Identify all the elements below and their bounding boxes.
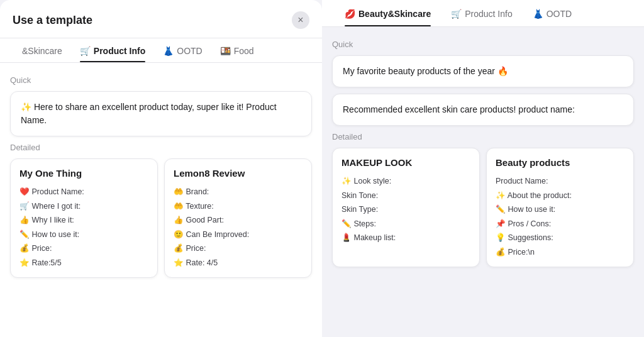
makeup-line-4: ✏️ Steps:: [341, 217, 470, 231]
right-tabs-row: 💋 Beauty&Skincare 🛒 Product Info 👗 OOTD: [322, 0, 644, 27]
beauty-emoji: 💋: [345, 9, 355, 19]
my-one-thing-line-3: 👍 Why I like it:: [19, 213, 148, 228]
right-panel-body: Quick My favorite beauty products of the…: [322, 27, 644, 337]
makeup-look-card[interactable]: MAKEUP LOOK ✨ Look style: Skin Tone: Ski…: [332, 148, 480, 267]
tab-skincare[interactable]: &Skincare: [10, 38, 71, 62]
my-one-thing-line-1: ❤️ Product Name:: [19, 185, 148, 199]
right-quick-label: Quick: [332, 40, 634, 49]
quick-card[interactable]: ✨ Here to share an excellent product tod…: [10, 91, 312, 136]
beauty-line-6: 💰 Price:\n: [496, 245, 625, 260]
right-detail-cards-row: MAKEUP LOOK ✨ Look style: Skin Tone: Ski…: [332, 148, 634, 267]
right-tab-beauty[interactable]: 💋 Beauty&Skincare: [335, 0, 441, 26]
right-ootd-emoji: 👗: [533, 9, 543, 19]
lemon8-line-6: ⭐ Rate: 4/5: [174, 256, 303, 270]
detailed-label: Detailed: [10, 143, 312, 152]
tab-ootd[interactable]: 👗 OOTD: [154, 38, 211, 62]
makeup-line-1: ✨ Look style:: [341, 174, 470, 189]
makeup-look-title: MAKEUP LOOK: [341, 157, 470, 168]
beauty-line-1: Product Name:: [496, 174, 625, 189]
tab-food[interactable]: 🍱 Food: [211, 38, 263, 62]
right-detailed-label: Detailed: [332, 132, 634, 141]
my-one-thing-line-5: 💰 Price:: [19, 241, 148, 256]
left-panel: Use a template × &Skincare 🛒 Product Inf…: [0, 0, 322, 337]
left-tabs-row: &Skincare 🛒 Product Info 👗 OOTD 🍱 Food: [0, 38, 322, 63]
my-one-thing-line-6: ⭐ Rate:5/5: [19, 256, 148, 270]
left-panel-body: Quick ✨ Here to share an excellent produ…: [0, 63, 322, 337]
right-quick-card-2-text: Recommended excellent skin care products…: [343, 103, 623, 116]
right-tab-ootd[interactable]: 👗 OOTD: [523, 0, 582, 26]
product-info-emoji: 🛒: [80, 46, 91, 56]
lemon8-review-card[interactable]: Lemon8 Review 🤲 Brand: 🤲 Texture: 👍 Good…: [164, 158, 312, 278]
beauty-line-2: ✨ About the product:: [496, 189, 625, 203]
lemon8-line-2: 🤲 Texture:: [174, 199, 303, 214]
modal-title: Use a template: [13, 14, 92, 27]
lemon8-line-4: 🙂 Can Be Improved:: [174, 228, 303, 242]
right-panel: 💋 Beauty&Skincare 🛒 Product Info 👗 OOTD …: [322, 0, 644, 337]
beauty-line-3: ✏️ How to use it:: [496, 202, 625, 217]
ootd-emoji: 👗: [163, 46, 174, 56]
my-one-thing-title: My One Thing: [19, 168, 148, 179]
makeup-line-5: 💄 Makeup list:: [341, 231, 470, 245]
modal-header: Use a template ×: [0, 0, 322, 38]
right-tab-product-info[interactable]: 🛒 Product Info: [441, 0, 523, 26]
beauty-products-title: Beauty products: [496, 157, 625, 168]
left-detail-cards-row: My One Thing ❤️ Product Name: 🛒 Where I …: [10, 158, 312, 278]
my-one-thing-card[interactable]: My One Thing ❤️ Product Name: 🛒 Where I …: [10, 158, 158, 278]
makeup-line-3: Skin Type:: [341, 202, 470, 217]
lemon8-line-3: 👍 Good Part:: [174, 213, 303, 228]
close-button[interactable]: ×: [292, 11, 309, 29]
food-emoji: 🍱: [220, 46, 231, 56]
quick-card-text: ✨ Here to share an excellent product tod…: [21, 101, 301, 127]
right-quick-card-1[interactable]: My favorite beauty products of the year …: [332, 55, 634, 87]
right-quick-card-1-text: My favorite beauty products of the year …: [343, 65, 623, 78]
my-one-thing-line-4: ✏️ How to use it:: [19, 228, 148, 242]
tab-product-info[interactable]: 🛒 Product Info: [71, 38, 154, 62]
lemon8-line-5: 💰 Price:: [174, 241, 303, 256]
beauty-line-4: 📌 Pros / Cons:: [496, 217, 625, 231]
right-quick-card-2[interactable]: Recommended excellent skin care products…: [332, 94, 634, 126]
lemon8-line-1: 🤲 Brand:: [174, 185, 303, 199]
makeup-line-2: Skin Tone:: [341, 189, 470, 203]
my-one-thing-line-2: 🛒 Where I got it:: [19, 199, 148, 214]
quick-label: Quick: [10, 75, 312, 85]
beauty-line-5: 💡 Suggestions:: [496, 231, 625, 245]
lemon8-review-title: Lemon8 Review: [174, 168, 303, 179]
right-product-emoji: 🛒: [451, 9, 462, 19]
beauty-products-card[interactable]: Beauty products Product Name: ✨ About th…: [486, 148, 634, 267]
